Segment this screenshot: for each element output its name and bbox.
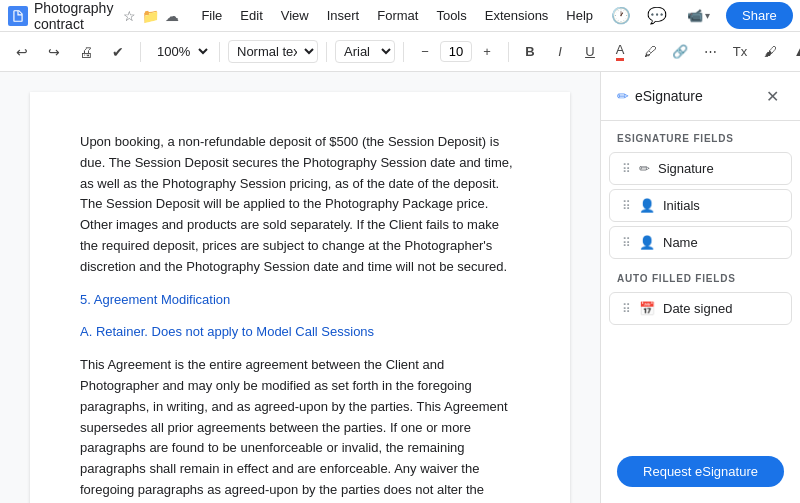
underline-button[interactable]: U bbox=[577, 39, 603, 65]
video-icon: 📹 bbox=[687, 8, 703, 23]
clear-formatting[interactable]: Tx bbox=[727, 39, 753, 65]
signature-field-item[interactable]: ⠿ ✏ Signature bbox=[609, 152, 792, 185]
esignature-title-row: ✏ eSignature bbox=[617, 88, 703, 104]
menu-help[interactable]: Help bbox=[558, 6, 601, 25]
request-esignature-button[interactable]: Request eSignature bbox=[617, 456, 784, 487]
name-drag-icon: ⠿ bbox=[622, 236, 631, 250]
link-button[interactable]: 🔗 bbox=[667, 39, 693, 65]
paint-format[interactable]: 🖌 bbox=[757, 39, 783, 65]
name-field-item[interactable]: ⠿ 👤 Name bbox=[609, 226, 792, 259]
folder-icon[interactable]: 📁 bbox=[142, 8, 159, 24]
document-page: Upon booking, a non-refundable deposit o… bbox=[30, 92, 570, 503]
menu-extensions[interactable]: Extensions bbox=[477, 6, 557, 25]
undo-button[interactable]: ↩ bbox=[8, 38, 36, 66]
star-icon[interactable]: ☆ bbox=[123, 8, 136, 24]
document-area[interactable]: Upon booking, a non-refundable deposit o… bbox=[0, 72, 600, 503]
initials-drag-icon: ⠿ bbox=[622, 199, 631, 213]
title-bar: Photography contract ☆ 📁 ☁ File Edit Vie… bbox=[0, 0, 800, 32]
title-action-icons: ☆ 📁 ☁ bbox=[123, 8, 179, 24]
name-field-icon: 👤 bbox=[639, 235, 655, 250]
comments-button[interactable]: 💬 bbox=[643, 2, 671, 30]
menu-insert[interactable]: Insert bbox=[319, 6, 368, 25]
section-5-heading: 5. Agreement Modification bbox=[80, 290, 520, 311]
date-signed-field-item[interactable]: ⠿ 📅 Date signed bbox=[609, 292, 792, 325]
collapse-toolbar[interactable]: ▲ bbox=[787, 39, 800, 65]
history-button[interactable]: 🕐 bbox=[607, 2, 635, 30]
date-drag-icon: ⠿ bbox=[622, 302, 631, 316]
bold-button[interactable]: B bbox=[517, 39, 543, 65]
cloud-icon[interactable]: ☁ bbox=[165, 8, 179, 24]
zoom-select[interactable]: 100% 75% 125% 150% bbox=[149, 41, 211, 62]
menu-tools[interactable]: Tools bbox=[428, 6, 474, 25]
initials-field-label: Initials bbox=[663, 198, 700, 213]
google-docs-icon bbox=[8, 6, 28, 26]
divider-1 bbox=[140, 42, 141, 62]
signature-drag-icon: ⠿ bbox=[622, 162, 631, 176]
esignature-panel: ✏ eSignature ✕ ESIGNATURE FIELDS ⠿ ✏ Sig… bbox=[600, 72, 800, 503]
esignature-footer: Request eSignature bbox=[601, 440, 800, 503]
initials-field-item[interactable]: ⠿ 👤 Initials bbox=[609, 189, 792, 222]
menu-file[interactable]: File bbox=[193, 6, 230, 25]
menu-view[interactable]: View bbox=[273, 6, 317, 25]
print-button[interactable]: 🖨 bbox=[72, 38, 100, 66]
spellcheck-button[interactable]: ✔ bbox=[104, 38, 132, 66]
menu-format[interactable]: Format bbox=[369, 6, 426, 25]
divider-4 bbox=[403, 42, 404, 62]
font-size-input[interactable] bbox=[440, 41, 472, 62]
font-size-increase[interactable]: + bbox=[474, 39, 500, 65]
agreement-paragraph: This Agreement is the entire agreement b… bbox=[80, 355, 520, 503]
esig-fields-section-label: ESIGNATURE FIELDS bbox=[601, 121, 800, 150]
main-layout: Upon booking, a non-refundable deposit o… bbox=[0, 72, 800, 503]
redo-button[interactable]: ↪ bbox=[40, 38, 68, 66]
style-select[interactable]: Normal text Heading 1 Heading 2 bbox=[228, 40, 318, 63]
initials-field-icon: 👤 bbox=[639, 198, 655, 213]
divider-5 bbox=[508, 42, 509, 62]
toolbar: ↩ ↪ 🖨 ✔ 100% 75% 125% 150% Normal text H… bbox=[0, 32, 800, 72]
deposit-paragraph: Upon booking, a non-refundable deposit o… bbox=[80, 132, 520, 278]
auto-fields-section-label: AUTO FILLED FIELDS bbox=[601, 261, 800, 290]
esignature-title: eSignature bbox=[635, 88, 703, 104]
font-select[interactable]: Arial Times New Roman Georgia bbox=[335, 40, 395, 63]
signature-field-label: Signature bbox=[658, 161, 714, 176]
date-signed-label: Date signed bbox=[663, 301, 732, 316]
highlight-button[interactable]: 🖊 bbox=[637, 39, 663, 65]
signature-field-icon: ✏ bbox=[639, 161, 650, 176]
font-size-control: − + bbox=[412, 39, 500, 65]
menu-edit[interactable]: Edit bbox=[232, 6, 270, 25]
share-button[interactable]: Share bbox=[726, 2, 793, 29]
text-color-button[interactable]: A bbox=[607, 39, 633, 65]
section-5a-subheading: A. Retainer. Does not apply to Model Cal… bbox=[80, 322, 520, 343]
name-field-label: Name bbox=[663, 235, 698, 250]
more-formatting[interactable]: ⋯ bbox=[697, 39, 723, 65]
esignature-close-button[interactable]: ✕ bbox=[760, 84, 784, 108]
divider-3 bbox=[326, 42, 327, 62]
document-title: Photography contract bbox=[34, 0, 113, 32]
italic-button[interactable]: I bbox=[547, 39, 573, 65]
esignature-header: ✏ eSignature ✕ bbox=[601, 72, 800, 121]
divider-2 bbox=[219, 42, 220, 62]
header-right: 🕐 💬 📹 ▾ Share A bbox=[607, 1, 800, 31]
menu-bar: File Edit View Insert Format Tools Exten… bbox=[193, 6, 601, 25]
meet-chevron: ▾ bbox=[705, 10, 710, 21]
date-field-icon: 📅 bbox=[639, 301, 655, 316]
esignature-pen-icon: ✏ bbox=[617, 88, 629, 104]
meet-button[interactable]: 📹 ▾ bbox=[679, 4, 718, 27]
font-size-decrease[interactable]: − bbox=[412, 39, 438, 65]
